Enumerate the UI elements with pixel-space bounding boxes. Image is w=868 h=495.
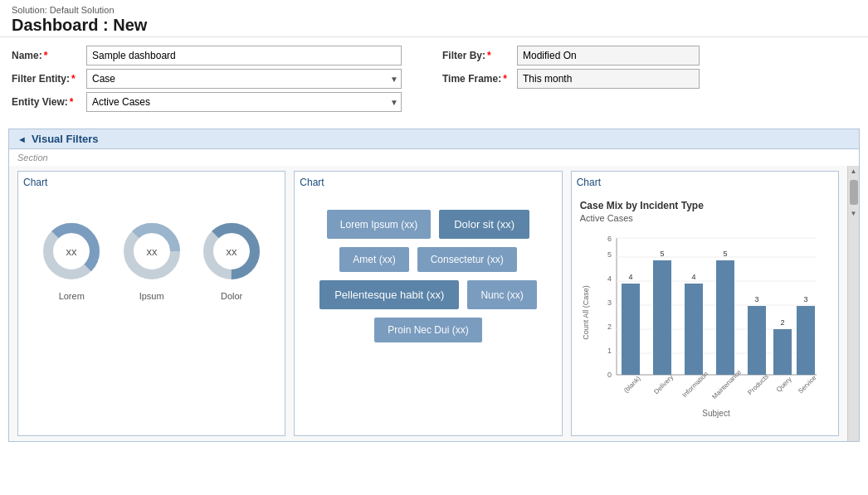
svg-text:4: 4 (628, 273, 632, 281)
donut-label-2: Ipsum (139, 291, 164, 301)
scrollbar-thumb[interactable] (850, 180, 858, 205)
form-right: Filter By:* Time Frame:* (442, 46, 856, 115)
svg-text:3: 3 (754, 295, 758, 303)
filter-entity-select-wrap: Case Account Contact Lead ▼ (86, 69, 402, 89)
form-section: Name:* Filter Entity:* Case Account Cont… (0, 37, 868, 124)
charts-outer: Chart xx Lorem (9, 166, 859, 441)
svg-rect-28 (653, 260, 671, 375)
donut-svg-3: xx (198, 218, 265, 284)
svg-rect-37 (748, 306, 766, 375)
filter-entity-row: Filter Entity:* Case Account Contact Lea… (12, 69, 426, 89)
donut-svg-1: xx (38, 218, 105, 284)
tag-row-3: Pellentesque habit (xx) Nunc (xx) (319, 280, 537, 309)
name-input[interactable] (86, 46, 402, 66)
entity-view-select-wrap: Active Cases All Cases My Cases ▼ (86, 92, 402, 112)
filter-by-label: Filter By:* (442, 50, 517, 61)
svg-rect-31 (685, 284, 703, 375)
chart1-title: Chart (23, 177, 280, 188)
tag-pellentesque[interactable]: Pellentesque habit (xx) (319, 280, 459, 309)
right-scrollbar[interactable]: ▲ ▼ (847, 166, 859, 441)
svg-text:2: 2 (780, 318, 784, 327)
donut-item-2: xx Ipsum (119, 218, 185, 301)
entity-view-label: Entity View:* (12, 96, 86, 108)
svg-text:Products: Products (746, 372, 770, 396)
svg-text:4: 4 (607, 274, 612, 283)
filter-by-row: Filter By:* (442, 46, 856, 66)
dashboard-title: Dashboard : New (12, 16, 856, 35)
scroll-up-icon[interactable]: ▲ (849, 166, 859, 177)
chart2-title: Chart (300, 177, 556, 188)
time-frame-input (517, 69, 700, 89)
svg-text:Delivery: Delivery (652, 373, 675, 396)
vf-header: ◄ Visual Filters (9, 129, 859, 149)
header-bar: Solution: Default Solution Dashboard : N… (0, 0, 868, 37)
svg-text:5: 5 (660, 250, 664, 258)
svg-text:Count All (Case): Count All (Case) (582, 285, 590, 340)
bar-chart-svg: 0 1 2 3 4 5 6 (580, 230, 821, 420)
tag-amet[interactable]: Amet (xx) (339, 247, 408, 272)
time-frame-label: Time Frame:* (442, 73, 517, 85)
svg-text:2: 2 (607, 323, 612, 331)
filter-entity-label: Filter Entity:* (12, 73, 86, 85)
tag-nunc[interactable]: Nunc (xx) (467, 280, 536, 309)
vf-collapse-icon[interactable]: ◄ (17, 134, 27, 144)
donut-label-1: Lorem (59, 291, 85, 301)
svg-text:Subject: Subject (702, 409, 730, 418)
donut-item-3: xx Dolor (198, 218, 265, 301)
bar-chart-title: Case Mix by Incident Type (580, 200, 830, 211)
charts-row: Chart xx Lorem (9, 166, 847, 441)
charts-content: Chart xx Lorem (9, 166, 847, 441)
visual-filters-section: ◄ Visual Filters Section Chart xx (8, 129, 860, 442)
svg-text:5: 5 (723, 250, 727, 258)
filter-by-input (517, 46, 700, 66)
svg-text:4: 4 (691, 273, 695, 281)
svg-rect-43 (797, 306, 815, 375)
donut-area: xx Lorem xx Ipsum (23, 193, 280, 309)
svg-text:xx: xx (227, 245, 238, 258)
tag-lorem-ipsum[interactable]: Lorem Ipsum (xx) (327, 210, 431, 239)
svg-text:1: 1 (607, 347, 612, 355)
name-label: Name:* (12, 50, 86, 61)
svg-text:0: 0 (607, 371, 612, 379)
bar-chart-area: Case Mix by Incident Type Active Cases 0… (577, 193, 833, 420)
svg-text:(blank): (blank) (622, 375, 642, 395)
scroll-down-icon[interactable]: ▼ (849, 208, 859, 219)
filter-entity-select[interactable]: Case Account Contact Lead (86, 69, 402, 89)
entity-view-row: Entity View:* Active Cases All Cases My … (12, 92, 426, 112)
svg-text:3: 3 (803, 295, 807, 303)
svg-rect-34 (716, 260, 734, 375)
tag-row-4: Proin Nec Dui (xx) (374, 318, 481, 342)
solution-label: Solution: Default Solution (12, 5, 856, 15)
tag-dolor-sit[interactable]: Dolor sit (xx) (439, 210, 529, 239)
tag-proin[interactable]: Proin Nec Dui (xx) (374, 318, 481, 342)
donut-label-3: Dolor (221, 291, 242, 301)
svg-text:Query: Query (775, 376, 793, 394)
svg-rect-25 (622, 284, 640, 375)
tag-row-2: Amet (xx) Consectetur (xx) (339, 247, 516, 272)
time-frame-row: Time Frame:* (442, 69, 856, 89)
donut-svg-2: xx (119, 218, 185, 284)
svg-text:5: 5 (607, 250, 612, 259)
chart-panel-3: Chart Case Mix by Incident Type Active C… (571, 171, 839, 436)
svg-text:xx: xx (66, 245, 78, 258)
svg-text:6: 6 (607, 235, 612, 243)
svg-text:xx: xx (146, 245, 158, 258)
tag-row-1: Lorem Ipsum (xx) Dolor sit (xx) (327, 210, 529, 239)
chart-panel-1: Chart xx Lorem (17, 171, 285, 436)
chart3-title: Chart (577, 177, 833, 188)
vf-title: Visual Filters (32, 133, 99, 145)
entity-view-select[interactable]: Active Cases All Cases My Cases (86, 92, 402, 112)
tag-consectetur[interactable]: Consectetur (xx) (417, 247, 517, 272)
svg-text:3: 3 (607, 298, 612, 307)
form-left: Name:* Filter Entity:* Case Account Cont… (12, 46, 426, 115)
svg-text:Service: Service (797, 374, 818, 396)
section-sublabel: Section (9, 149, 859, 166)
name-row: Name:* (12, 46, 426, 66)
svg-rect-40 (773, 329, 792, 375)
bar-chart-subtitle: Active Cases (580, 213, 830, 223)
tag-cloud: Lorem Ipsum (xx) Dolor sit (xx) Amet (xx… (300, 193, 556, 359)
chart-panel-2: Chart Lorem Ipsum (xx) Dolor sit (xx) Am… (294, 171, 562, 436)
donut-item-1: xx Lorem (38, 218, 105, 301)
